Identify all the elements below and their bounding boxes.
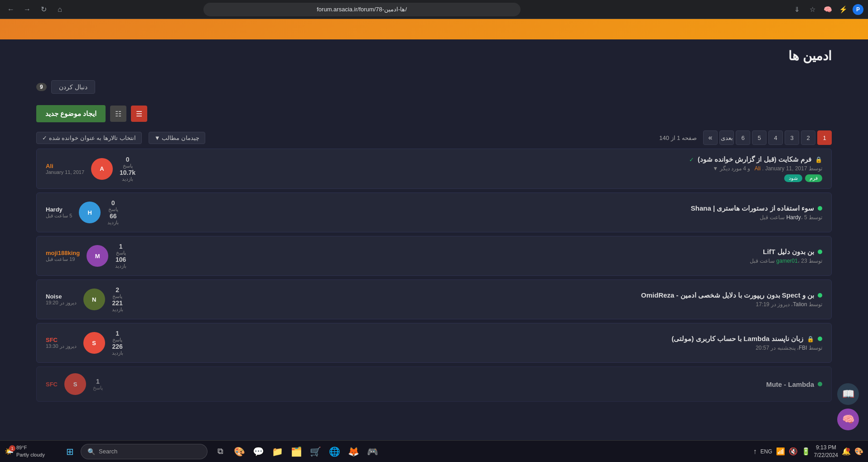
author-date: دیروز در 13:30 [46,343,77,349]
task-view-button[interactable]: ⧉ [211,443,229,461]
language-indicator[interactable]: ENG [761,448,772,455]
arrow-up-icon[interactable]: ↑ [753,448,757,456]
reply-label: پاسخ [120,163,135,169]
view-count: 10.7k [120,169,135,176]
wifi-icon[interactable]: 📶 [776,447,785,456]
thread-row[interactable]: بن بدون دلیل LifT توسط gamer01، 23 ساعت … [36,236,832,276]
thread-meta: توسط FBI، پنجشنبه در 20:57 [136,345,822,351]
time-display: 9:13 PM [814,444,838,452]
brain-widget[interactable]: 🧠 [837,409,859,430]
thread-right: 2 پاسخ 221 بازدید N Noise دیروز در 19:20 [46,286,136,313]
download-button[interactable]: ⇓ [791,3,804,16]
next-page-button[interactable]: بعدی [719,130,734,145]
first-page-button[interactable]: « [703,130,718,145]
thread-author-info: Ali January 11, 2017 [46,163,84,175]
author-name: Ali [46,163,84,169]
view-count: 106 [115,256,126,263]
page-4-button[interactable]: 4 [768,130,783,145]
notification-icon[interactable]: 🔔 [842,447,851,456]
filter-left: انتخاب تالارها به عنوان خوانده شده ✓ چید… [36,132,205,144]
page-info: صفحه 1 از 140 [659,135,697,141]
reply-count: 1 [115,243,126,250]
reply-count: 0 [107,199,119,207]
thread-title: Mute - Lambda [766,380,814,388]
online-indicator [818,293,822,298]
address-bar[interactable]: forum.arsacia.ir/forum/78-ها-ادمین/ [203,3,521,16]
avatar: S [83,332,105,354]
edge-icon[interactable]: 🌐 [325,443,343,461]
firefox-icon[interactable]: 🦊 [344,443,362,461]
orange-banner [0,19,868,39]
start-button[interactable]: ⊞ [61,443,79,461]
notification-dot [846,448,850,452]
weather-badge: 🌤️ 1 [5,447,14,456]
page-5-button[interactable]: 5 [752,130,767,145]
thread-row[interactable]: سوء استفاده از دستورات هاستری | Shana تو… [36,192,832,232]
volume-icon[interactable]: 🔇 [789,447,798,456]
thread-row[interactable]: Mute - Lambda 1 پاسخ S SFC [36,366,832,402]
thread-right: 1 پاسخ 106 بازدید M moji188king 19 ساعت … [46,243,136,269]
search-bar[interactable]: 🔍 Search [81,444,207,459]
select-forums-label: انتخاب تالارها به عنوان خوانده شده [49,135,136,141]
thread-tags: فرم شود [136,174,822,182]
select-forums-button[interactable]: انتخاب تالارها به عنوان خوانده شده ✓ [36,132,142,144]
thread-info: 🔒 فرم شکایت (قبل از گزارش خوانده شود) ✓ … [136,155,822,182]
page-2-button[interactable]: 2 [801,130,815,145]
extension-brain-button[interactable]: 🧠 [822,3,834,16]
forward-button[interactable]: → [21,3,34,16]
star-button[interactable]: ☆ [806,3,819,16]
author-name: SFC [46,337,77,343]
book-widget[interactable]: 📖 [837,383,859,405]
thread-title-row: 🔒 فرم شکایت (قبل از گزارش خوانده شود) ✓ [136,155,822,164]
thread-title: زبان ناپسند Lambda با حساب کاربری (مولتی… [671,335,803,343]
widgets-icon[interactable]: 🎨 [854,447,863,456]
thread-meta: توسط Talion، دیروز در 17:19 [136,301,822,308]
files-icon[interactable]: 🗂️ [287,443,305,461]
file-explorer-icon[interactable]: 📁 [268,443,286,461]
thread-right: 0 پاسخ 10.7k بازدید A Ali January 11, 20… [46,156,136,182]
page-1-button[interactable]: 1 [817,130,832,145]
avatar: M [87,245,108,267]
online-indicator [818,250,822,254]
profile-button[interactable]: P [853,4,863,15]
thread-author-info: SFC [46,381,58,388]
page-6-button[interactable]: 6 [736,130,750,145]
reply-count: 1 [112,330,123,337]
thread-author-info: Noise دیروز در 19:20 [46,293,77,306]
refresh-button[interactable]: ↻ [37,3,50,16]
battery-icon[interactable]: 🔋 [801,447,810,456]
weather-description: Partly cloudy [16,452,45,458]
thread-row[interactable]: 🔒 زبان ناپسند Lambda با حساب کاربری (مول… [36,323,832,363]
view-count: 66 [107,212,119,220]
list-view-button[interactable]: ☰ [131,106,147,122]
view-count: 226 [112,343,123,350]
create-topic-button[interactable]: ایجاد موضوع جدید [36,105,106,122]
thread-stats: 1 پاسخ 226 بازدید [112,330,123,356]
avatar: A [91,158,113,180]
extra-app-icon[interactable]: 🎮 [363,443,381,461]
grid-view-button[interactable]: ☷ [110,106,126,122]
chat-app-icon[interactable]: 💬 [249,443,267,461]
thread-title-row: بن و Spect بدون ریپورت با دلایل شخصی ادم… [136,291,822,299]
thread-author-info: moji188king 19 ساعت قبل [46,250,80,262]
date-display: 7/22/2024 [814,452,838,459]
store-icon[interactable]: 🛒 [306,443,324,461]
weather-widget[interactable]: 🌤️ 1 89°F Partly cloudy [5,444,59,458]
thread-row[interactable]: 🔒 فرم شکایت (قبل از گزارش خوانده شود) ✓ … [36,149,832,189]
emoji-app-icon[interactable]: 🎨 [230,443,248,461]
page-3-button[interactable]: 3 [785,130,799,145]
tag-shoud: شود [784,174,802,182]
author-name: Noise [46,293,77,300]
back-button[interactable]: ← [5,3,17,16]
follow-button[interactable]: دنبال کردن [51,80,95,94]
notification-badge: 1 [9,445,15,452]
extensions-button[interactable]: ⚡ [837,3,850,16]
header-section: ادمین ها [0,39,868,76]
sort-button[interactable]: چیدمان مطالب ▼ [149,132,205,144]
home-button[interactable]: ⌂ [53,3,66,16]
more-link[interactable]: و 4 مورد دیگر ▼ [713,165,750,172]
thread-row[interactable]: بن و Spect بدون ریپورت با دلایل شخصی ادم… [36,279,832,319]
system-clock[interactable]: 9:13 PM 7/22/2024 [814,444,838,459]
filter-bar: انتخاب تالارها به عنوان خوانده شده ✓ چید… [0,127,868,149]
thread-title-row: بن بدون دلیل LifT [136,248,822,256]
